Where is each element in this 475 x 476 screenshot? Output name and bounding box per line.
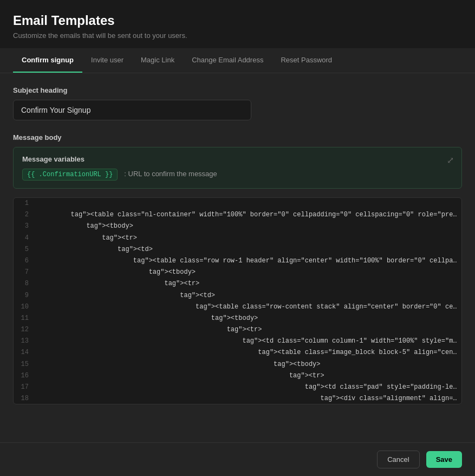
variable-description: : URL to confirm the message xyxy=(124,170,217,178)
code-line: 17 tag"><td class="pad" style="padding-l… xyxy=(14,382,461,393)
line-number: 17 xyxy=(14,382,35,393)
line-content: tag"><table class="row row-1 header" ali… xyxy=(35,256,461,266)
line-content: tag"><tbody> xyxy=(35,359,461,370)
cancel-button[interactable]: Cancel xyxy=(377,451,419,468)
tabs-container: Confirm signup Invite user Magic Link Ch… xyxy=(0,48,475,73)
line-number: 4 xyxy=(14,233,35,243)
line-content: tag"><tbody> xyxy=(35,221,461,231)
line-number: 3 xyxy=(14,221,35,231)
line-number: 18 xyxy=(14,394,35,404)
line-number: 15 xyxy=(14,359,35,370)
line-content: tag"><tr> xyxy=(35,325,461,335)
line-number: 12 xyxy=(14,325,35,335)
line-content: tag"><td> xyxy=(35,245,461,255)
page-subtitle: Customize the emails that will be sent o… xyxy=(13,31,462,40)
code-lines[interactable]: 1 2 tag"><table class="nl-container" wid… xyxy=(14,198,461,404)
code-line: 2 tag"><table class="nl-container" width… xyxy=(14,209,461,221)
code-line: 1 xyxy=(14,198,461,209)
line-number: 11 xyxy=(14,313,35,324)
page-header: Email Templates Customize the emails tha… xyxy=(0,0,475,48)
line-number: 10 xyxy=(14,302,35,312)
save-button[interactable]: Save xyxy=(426,451,462,468)
tab-magic-link[interactable]: Magic Link xyxy=(132,48,183,73)
code-line: 3 tag"><tbody> xyxy=(14,221,461,232)
tab-change-email[interactable]: Change Email Address xyxy=(183,48,272,73)
line-number: 6 xyxy=(14,256,35,266)
page-container: Email Templates Customize the emails tha… xyxy=(0,0,475,476)
subject-heading-label: Subject heading xyxy=(13,86,462,94)
line-number: 9 xyxy=(14,291,35,301)
variable-tag: {{ .ConfirmationURL }} xyxy=(22,169,118,181)
line-number: 2 xyxy=(14,210,35,220)
line-number: 1 xyxy=(14,198,35,209)
code-line: 11 tag"><tbody> xyxy=(14,313,461,324)
subject-input[interactable] xyxy=(13,100,251,120)
code-line: 13 tag"><td class="column column-1" widt… xyxy=(14,336,461,347)
page-title: Email Templates xyxy=(13,13,462,28)
code-line: 5 tag"><td> xyxy=(14,244,461,255)
line-content xyxy=(35,198,461,209)
line-content: tag"><table class="image_block block-5" … xyxy=(35,348,461,358)
main-content: Subject heading Message body Message var… xyxy=(0,73,475,442)
line-content: tag"><td class="pad" style="padding-left… xyxy=(35,382,461,393)
tab-reset-password[interactable]: Reset Password xyxy=(272,48,341,73)
code-line: 4 tag"><tr> xyxy=(14,233,461,244)
line-number: 13 xyxy=(14,336,35,346)
variables-panel-header: Message variables xyxy=(22,155,453,163)
code-line: 10 tag"><table class="row-content stack"… xyxy=(14,301,461,313)
code-line: 14 tag"><table class="image_block block-… xyxy=(14,347,461,358)
code-editor[interactable]: 1 2 tag"><table class="nl-container" wid… xyxy=(13,197,462,404)
line-content: tag"><tbody> xyxy=(35,267,461,278)
line-number: 7 xyxy=(14,267,35,278)
line-content: tag"><td class="column column-1" width="… xyxy=(35,336,461,346)
expand-icon[interactable]: ⤢ xyxy=(447,155,454,165)
code-line: 8 tag"><tr> xyxy=(14,278,461,290)
line-number: 8 xyxy=(14,279,35,289)
code-line: 12 tag"><tr> xyxy=(14,324,461,336)
tab-confirm-signup[interactable]: Confirm signup xyxy=(13,48,82,73)
line-content: tag"><tr> xyxy=(35,279,461,289)
code-line: 16 tag"><tr> xyxy=(14,370,461,382)
line-content: tag"><table class="nl-container" width="… xyxy=(35,210,461,220)
code-line: 6 tag"><table class="row row-1 header" a… xyxy=(14,255,461,267)
code-line: 15 tag"><tbody> xyxy=(14,359,461,370)
line-content: tag"><table class="row-content stack" al… xyxy=(35,302,461,312)
code-line: 7 tag"><tbody> xyxy=(14,267,461,278)
line-content: tag"><tbody> xyxy=(35,313,461,324)
variable-row: {{ .ConfirmationURL }} : URL to confirm … xyxy=(22,169,453,181)
code-line: 18 tag"><div class="alignment" align="ce… xyxy=(14,393,461,404)
line-number: 16 xyxy=(14,371,35,381)
line-content: tag"><td> xyxy=(35,291,461,301)
variables-panel: Message variables ⤢ {{ .ConfirmationURL … xyxy=(13,147,462,189)
line-content: tag"><tr> xyxy=(35,371,461,381)
footer-bar: Cancel Save xyxy=(0,442,475,476)
line-number: 5 xyxy=(14,245,35,255)
line-content: tag"><tr> xyxy=(35,233,461,243)
tab-invite-user[interactable]: Invite user xyxy=(82,48,132,73)
line-content: tag"><div class="alignment" align="cent xyxy=(35,394,461,404)
line-number: 14 xyxy=(14,348,35,358)
code-line: 9 tag"><td> xyxy=(14,290,461,301)
message-body-label: Message body xyxy=(13,133,462,141)
